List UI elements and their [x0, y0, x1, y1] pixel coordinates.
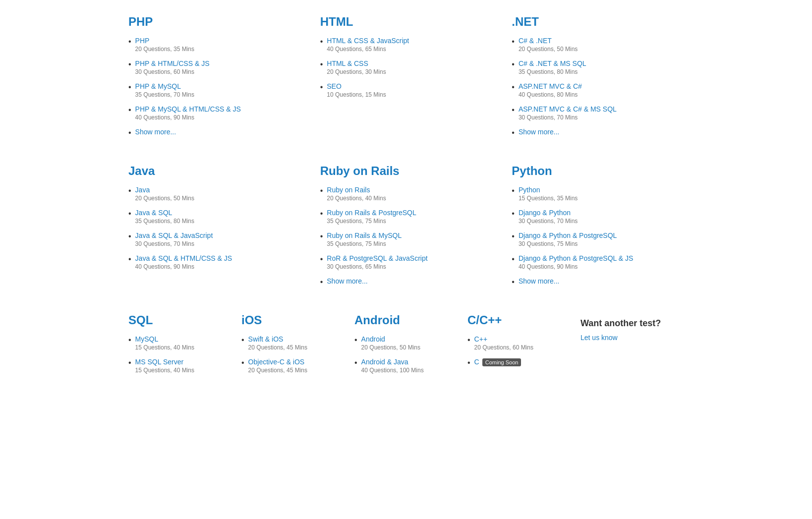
item-link-rubyonrails-1[interactable]: Ruby on Rails & PostgreSQL — [327, 209, 416, 217]
bullet-icon: • — [512, 106, 515, 115]
item-meta: 15 Questions, 40 Mins — [135, 344, 194, 351]
item-link-java-0[interactable]: Java — [135, 186, 194, 194]
item-link-php-0[interactable]: PHP — [135, 37, 194, 45]
section-title-sql: SQL — [128, 313, 232, 327]
item-link-java-1[interactable]: Java & SQL — [135, 209, 194, 217]
item-link-cplusplus-1[interactable]: CComing Soon — [474, 358, 522, 366]
item-meta: 20 Questions, 60 Mins — [474, 344, 533, 351]
item-content: Show more... — [135, 128, 176, 136]
item-list-php: •PHP20 Questions, 35 Mins•PHP & HTML/CSS… — [128, 37, 300, 137]
list-item: •Android & Java40 Questions, 100 Mins — [354, 358, 458, 374]
bullet-icon: • — [128, 186, 131, 195]
item-link-dotnet-2[interactable]: ASP.NET MVC & C# — [519, 82, 582, 90]
item-meta: 40 Questions, 90 Mins — [135, 114, 241, 121]
item-link-android-0[interactable]: Android — [361, 335, 420, 343]
bullet-icon: • — [512, 209, 515, 218]
bullet-icon: • — [128, 232, 131, 241]
item-link-rubyonrails-0[interactable]: Ruby on Rails — [327, 186, 386, 194]
show-more-rubyonrails[interactable]: Show more... — [327, 277, 367, 285]
item-meta: 40 Questions, 80 Mins — [519, 91, 582, 98]
list-item: •C++20 Questions, 60 Mins — [467, 335, 571, 351]
bullet-icon: • — [320, 255, 323, 264]
item-list-ios: •Swift & iOS20 Questions, 45 Mins•Object… — [241, 335, 345, 374]
item-link-sql-0[interactable]: MySQL — [135, 335, 194, 343]
item-link-cplusplus-0[interactable]: C++ — [474, 335, 533, 343]
list-item: •Android20 Questions, 50 Mins — [354, 335, 458, 351]
list-item: •Show more... — [512, 128, 684, 137]
item-link-rubyonrails-2[interactable]: Ruby on Rails & MySQL — [327, 231, 402, 239]
list-item: •Java & SQL & JavaScript30 Questions, 70… — [128, 231, 300, 247]
list-item: •Java & SQL & HTML/CSS & JS40 Questions,… — [128, 254, 300, 270]
item-link-dotnet-3[interactable]: ASP.NET MVC & C# & MS SQL — [519, 105, 617, 113]
item-link-rubyonrails-3[interactable]: RoR & PostgreSQL & JavaScript — [327, 254, 427, 262]
bullet-icon: • — [320, 278, 323, 287]
bullet-icon: • — [241, 358, 244, 367]
list-item: •Objective-C & iOS20 Questions, 45 Mins — [241, 358, 345, 374]
item-meta: 10 Questions, 15 Mins — [327, 91, 386, 98]
item-link-sql-1[interactable]: MS SQL Server — [135, 358, 194, 366]
item-link-java-3[interactable]: Java & SQL & HTML/CSS & JS — [135, 254, 232, 262]
item-content: Java & SQL35 Questions, 80 Mins — [135, 209, 194, 225]
section-dotnet: .NET•C# & .NET20 Questions, 50 Mins•C# &… — [512, 15, 684, 144]
section-php: PHP•PHP20 Questions, 35 Mins•PHP & HTML/… — [128, 15, 300, 144]
item-list-python: •Python15 Questions, 35 Mins•Django & Py… — [512, 186, 684, 287]
item-meta: 20 Questions, 30 Mins — [327, 68, 386, 75]
bullet-icon: • — [128, 128, 131, 137]
list-item: •C# & .NET & MS SQL35 Questions, 80 Mins — [512, 59, 684, 75]
item-content: Ruby on Rails & MySQL35 Questions, 75 Mi… — [327, 231, 402, 247]
item-content: SEO10 Questions, 15 Mins — [327, 82, 386, 98]
coming-soon-badge: Coming Soon — [482, 358, 522, 366]
item-link-html-0[interactable]: HTML & CSS & JavaScript — [327, 37, 409, 45]
row3-grid: SQL•MySQL15 Questions, 40 Mins•MS SQL Se… — [128, 313, 684, 381]
show-more-php[interactable]: Show more... — [135, 128, 176, 136]
item-content: Python15 Questions, 35 Mins — [519, 186, 578, 202]
item-content: RoR & PostgreSQL & JavaScript30 Question… — [327, 254, 427, 270]
bullet-icon: • — [512, 186, 515, 195]
item-link-ios-1[interactable]: Objective-C & iOS — [248, 358, 307, 366]
item-link-python-0[interactable]: Python — [519, 186, 578, 194]
item-link-html-2[interactable]: SEO — [327, 82, 386, 90]
item-link-python-3[interactable]: Django & Python & PostgreSQL & JS — [519, 254, 633, 262]
list-item: •ASP.NET MVC & C# & MS SQL30 Questions, … — [512, 105, 684, 121]
item-meta: 40 Questions, 100 Mins — [361, 367, 424, 374]
item-link-android-1[interactable]: Android & Java — [361, 358, 424, 366]
item-link-php-2[interactable]: PHP & MySQL — [135, 82, 194, 90]
item-content: Show more... — [519, 128, 559, 136]
item-meta: 20 Questions, 50 Mins — [519, 46, 578, 53]
item-content: Java & SQL & HTML/CSS & JS40 Questions, … — [135, 254, 232, 270]
item-content: PHP & HTML/CSS & JS30 Questions, 60 Mins — [135, 59, 210, 75]
item-meta: 30 Questions, 70 Mins — [519, 114, 617, 121]
item-link-python-2[interactable]: Django & Python & PostgreSQL — [519, 231, 617, 239]
item-link-php-1[interactable]: PHP & HTML/CSS & JS — [135, 59, 210, 67]
item-meta: 20 Questions, 40 Mins — [327, 195, 386, 202]
item-link-ios-0[interactable]: Swift & iOS — [248, 335, 307, 343]
section-title-cplusplus: C/C++ — [467, 313, 571, 327]
page-wrapper: PHP•PHP20 Questions, 35 Mins•PHP & HTML/… — [109, 0, 703, 396]
item-link-php-3[interactable]: PHP & MySQL & HTML/CSS & JS — [135, 105, 241, 113]
show-more-python[interactable]: Show more... — [519, 277, 559, 285]
show-more-dotnet[interactable]: Show more... — [519, 128, 559, 136]
let-us-know-link[interactable]: Let us know — [580, 334, 618, 342]
item-content: PHP20 Questions, 35 Mins — [135, 37, 194, 53]
section-html: HTML•HTML & CSS & JavaScript40 Questions… — [320, 15, 492, 144]
item-link-python-1[interactable]: Django & Python — [519, 209, 578, 217]
item-content: HTML & CSS20 Questions, 30 Mins — [327, 59, 386, 75]
section-title-html: HTML — [320, 15, 492, 29]
item-link-java-2[interactable]: Java & SQL & JavaScript — [135, 231, 213, 239]
item-content: Django & Python30 Questions, 70 Mins — [519, 209, 578, 225]
bullet-icon: • — [512, 37, 515, 46]
item-meta: 40 Questions, 90 Mins — [519, 263, 633, 270]
bullet-icon: • — [512, 83, 515, 92]
item-link-html-1[interactable]: HTML & CSS — [327, 59, 386, 67]
item-content: Swift & iOS20 Questions, 45 Mins — [248, 335, 307, 351]
list-item: •CComing Soon — [467, 358, 571, 367]
item-meta: 30 Questions, 70 Mins — [135, 240, 213, 247]
item-link-dotnet-1[interactable]: C# & .NET & MS SQL — [519, 59, 586, 67]
item-content: ASP.NET MVC & C#40 Questions, 80 Mins — [519, 82, 582, 98]
item-link-dotnet-0[interactable]: C# & .NET — [519, 37, 578, 45]
list-item: •PHP & MySQL & HTML/CSS & JS40 Questions… — [128, 105, 300, 121]
bullet-icon: • — [467, 358, 470, 367]
bullet-icon: • — [512, 232, 515, 241]
list-item: •Show more... — [512, 277, 684, 287]
section-title-dotnet: .NET — [512, 15, 684, 29]
